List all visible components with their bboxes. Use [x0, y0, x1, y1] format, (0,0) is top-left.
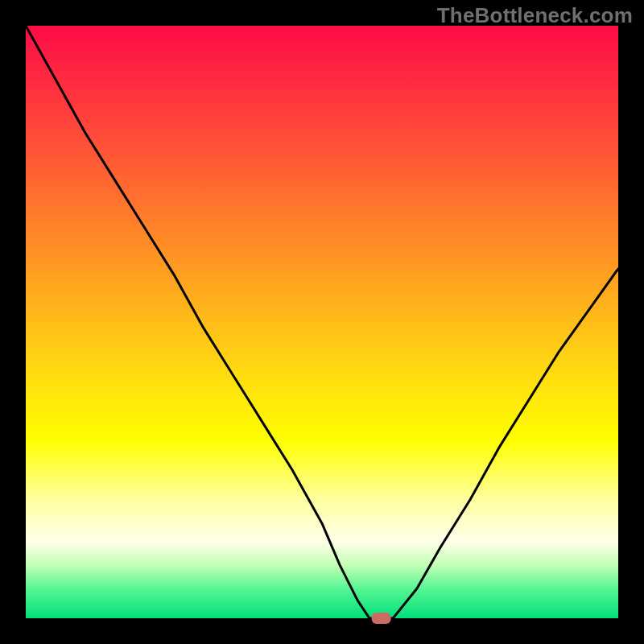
watermark-text: TheBottleneck.com [437, 3, 633, 28]
chart-svg [0, 0, 644, 644]
chart-container: TheBottleneck.com [0, 0, 644, 644]
plot-area [26, 26, 618, 618]
minimum-marker [372, 613, 391, 624]
